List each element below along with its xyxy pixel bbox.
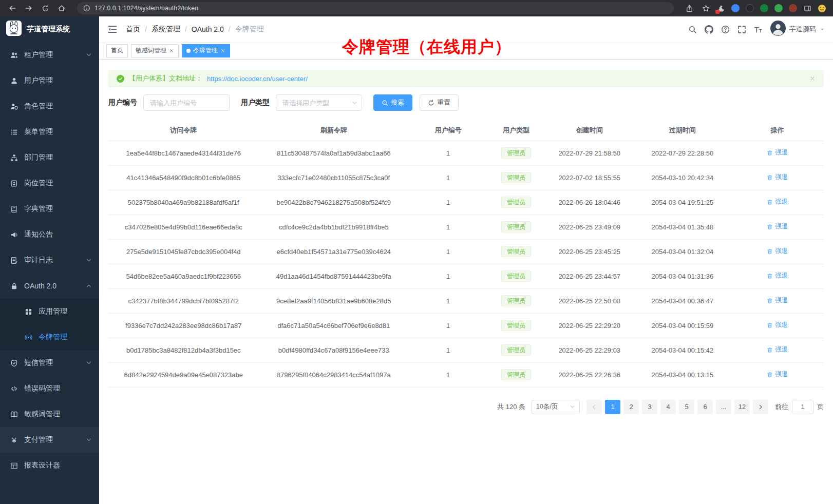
extension-icon[interactable] — [729, 2, 742, 14]
breadcrumb-home[interactable]: 首页 — [126, 25, 140, 34]
search-button[interactable]: 搜索 — [373, 94, 412, 111]
browser-forward-button[interactable] — [22, 2, 36, 15]
more-pages-button[interactable]: ... — [716, 400, 731, 414]
chevron-down-icon — [86, 437, 92, 443]
kick-button[interactable]: 强退 — [767, 198, 788, 206]
browser-home-button[interactable] — [54, 2, 69, 15]
tab-token[interactable]: 令牌管理 — [182, 44, 230, 57]
sidebar-item-notice[interactable]: 通知公告 — [0, 222, 99, 247]
page-button-5[interactable]: 5 — [679, 400, 694, 414]
font-size-icon[interactable] — [754, 25, 763, 34]
sidebar-item-dept[interactable]: 部门管理 — [0, 145, 99, 170]
page-size-select[interactable]: 10条/页 — [532, 400, 580, 414]
kick-button[interactable]: 强退 — [767, 345, 788, 354]
sidebar-item-oauth[interactable]: OAuth 2.0 — [0, 273, 99, 299]
doc-link[interactable]: https://doc.iocoder.cn/user-center/ — [207, 75, 308, 83]
chevron-down-icon — [86, 360, 92, 366]
profile-avatar[interactable] — [816, 2, 828, 14]
page-button-2[interactable]: 2 — [623, 400, 639, 414]
help-icon[interactable] — [721, 25, 730, 34]
extension-icon[interactable] — [772, 2, 785, 14]
page-button-3[interactable]: 3 — [642, 400, 657, 414]
total-count: 共 120 条 — [497, 402, 525, 412]
close-icon[interactable] — [169, 48, 174, 53]
reset-button[interactable]: 重置 — [420, 94, 459, 111]
extensions-puzzle-icon[interactable] — [715, 2, 727, 14]
kick-button[interactable]: 强退 — [767, 272, 788, 280]
browser-reload-button[interactable] — [38, 2, 52, 15]
sidebar-item-role[interactable]: 角色管理 — [0, 93, 99, 119]
extension-icon[interactable] — [787, 2, 799, 14]
kick-button[interactable]: 强退 — [767, 296, 788, 305]
extension-icon[interactable] — [744, 2, 756, 14]
sidebar-item-report-designer[interactable]: 报表设计器 — [0, 453, 99, 478]
sidebar-item-dict[interactable]: 字典管理 — [0, 196, 99, 222]
next-page-button[interactable] — [753, 400, 768, 414]
sidebar-item-oauth-token[interactable]: 令牌管理 — [0, 324, 99, 350]
page-button-4[interactable]: 4 — [660, 400, 676, 414]
table-row: 6d842e2924594de9a09e45e087323abe 8796295… — [108, 362, 824, 387]
sidebar-item-error-code[interactable]: 错误码管理 — [0, 376, 99, 401]
breadcrumb: 首页 / 系统管理 / OAuth 2.0 / 令牌管理 — [126, 25, 264, 34]
sidebar-collapse-icon[interactable] — [107, 24, 118, 34]
page-button-12[interactable]: 12 — [734, 400, 750, 414]
kick-button[interactable]: 强退 — [767, 321, 788, 329]
sidebar-item-pay[interactable]: ¥ 支付管理 — [0, 427, 99, 453]
chevron-down-icon — [86, 257, 92, 263]
kick-button[interactable]: 强退 — [767, 222, 788, 231]
address-bar[interactable]: 127.0.0.1:1024/system/oauth2/token — [77, 2, 674, 14]
page-button-1[interactable]: 1 — [605, 400, 620, 414]
sidebar-item-audit-log[interactable]: 审计日志 — [0, 247, 99, 273]
trash-icon — [767, 347, 773, 353]
breadcrumb-current: 令牌管理 — [235, 25, 264, 34]
browser-back-button[interactable] — [5, 2, 20, 15]
prev-page-button[interactable] — [586, 400, 602, 414]
sidebar-item-tenant[interactable]: 租户管理 — [0, 42, 99, 68]
user-menu[interactable]: 芋道源码 — [770, 21, 825, 38]
extension-icon[interactable] — [758, 2, 770, 14]
chevron-down-icon — [820, 27, 825, 32]
sidebar-item-menu[interactable]: 菜单管理 — [0, 119, 99, 145]
table-row: 54d6be82ee5a460a9aedc1f9bf223656 49d1aa4… — [108, 264, 824, 288]
sidebar-item-sms[interactable]: 短信管理 — [0, 350, 99, 376]
sidebar-item-user[interactable]: 用户管理 — [0, 68, 99, 93]
site-info-icon[interactable] — [83, 5, 90, 12]
close-icon[interactable] — [220, 48, 225, 53]
github-icon[interactable] — [705, 25, 713, 34]
table-row: 1ea5e44f8bc1467aaede43144f31de76 811c530… — [108, 141, 824, 165]
success-check-icon — [117, 75, 124, 83]
sidebar-item-oauth-app[interactable]: 应用管理 — [0, 299, 99, 324]
tab-home[interactable]: 首页 — [106, 44, 128, 57]
sidebar-item-sensitive-word[interactable]: 敏感词管理 — [0, 401, 99, 427]
kick-button[interactable]: 强退 — [767, 173, 788, 182]
col-user-id: 用户编号 — [409, 120, 487, 141]
user-type-select[interactable] — [276, 94, 362, 111]
user-type-label: 用户类型 — [241, 98, 270, 107]
kick-button[interactable]: 强退 — [767, 148, 788, 157]
share-icon[interactable] — [682, 2, 696, 15]
trash-icon — [767, 199, 773, 205]
fullscreen-icon[interactable] — [737, 25, 746, 34]
side-panel-icon[interactable] — [801, 2, 813, 14]
sidebar-item-post[interactable]: 岗位管理 — [0, 170, 99, 196]
bookmark-star-icon[interactable] — [698, 2, 713, 15]
search-icon[interactable] — [688, 25, 697, 34]
app-logo-bar[interactable]: 芋道管理系统 — [0, 16, 99, 42]
breadcrumb-oauth[interactable]: OAuth 2.0 — [192, 25, 224, 33]
table-row: 275e5de9151045fe87cbdc395e004f4d e6cfd40… — [108, 239, 824, 264]
user-id-input[interactable] — [143, 94, 230, 111]
breadcrumb-system[interactable]: 系统管理 — [152, 25, 180, 34]
id-badge-icon — [10, 180, 18, 187]
goto-page-input[interactable] — [792, 400, 813, 414]
code-icon — [10, 385, 18, 393]
breadcrumb-separator: / — [145, 25, 147, 33]
kick-button[interactable]: 强退 — [767, 247, 788, 256]
user-type-badge: 管理员 — [501, 221, 531, 232]
kick-button[interactable]: 强退 — [767, 370, 788, 379]
chevron-up-icon — [86, 283, 92, 289]
breadcrumb-separator: / — [229, 25, 231, 33]
page-button-6[interactable]: 6 — [697, 400, 713, 414]
close-icon[interactable] — [809, 75, 816, 82]
table-row: b0d1785bc3a8482f812db4a3f3bd15ec b0df498… — [108, 338, 824, 362]
tab-sensitive-word[interactable]: 敏感词管理 — [131, 44, 179, 57]
